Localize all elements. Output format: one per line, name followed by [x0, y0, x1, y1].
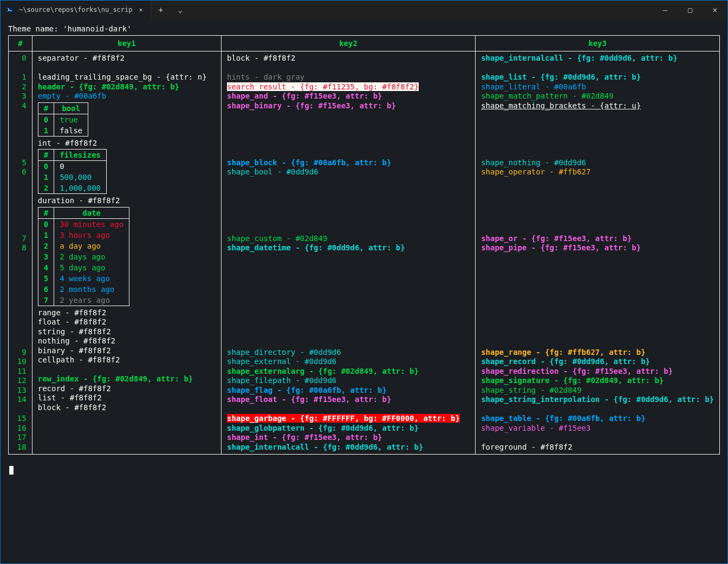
- k3-shape-pipe: shape_pipe - {fg: #f15ee3, attr: b}: [481, 243, 714, 253]
- theme-table: # key1 key2 key3 0 1 2 3 4 5 6 7 8 9 10 …: [8, 35, 720, 455]
- new-tab-button[interactable]: +: [151, 1, 171, 19]
- k2-shape-and: shape_and - {fg: #f15ee3, attr: b}: [227, 92, 470, 101]
- nested-date-table: # date 030 minutes ago 13 hours ago 2a d…: [38, 207, 129, 306]
- cursor-icon: [9, 466, 14, 475]
- nested-date-header-idx: #: [38, 207, 54, 218]
- k2-shape-external: shape_external - #0dd9d6: [227, 357, 470, 367]
- k3-shape-internalcall: shape_internalcall - {fg: #0dd9d6, attr:…: [481, 54, 714, 63]
- header-index: #: [9, 36, 32, 51]
- header-key3: key3: [476, 36, 720, 51]
- k2-search-result: search_result - {fg: #f11235, bg: #f8f8f…: [227, 82, 419, 91]
- k3-shape-record: shape_record - {fg: #0dd9d6, attr: b}: [481, 357, 714, 367]
- k3-shape-range: shape_range - {fg: #ffb627, attr: b}: [481, 348, 714, 358]
- k3-foreground: foreground - #f8f8f2: [481, 443, 714, 452]
- nested-date-header-val: date: [54, 207, 129, 218]
- row-index: 0: [14, 54, 27, 63]
- k3-shape-literal: shape_literal - #00a6fb: [481, 82, 714, 92]
- row-index: 5: [14, 158, 27, 168]
- table-row: 0 1 2 3 4 5 6 7 8 9 10 11 12 13 14 15 16…: [9, 51, 720, 455]
- row-index: 9: [14, 348, 27, 358]
- window-controls: — ▢ ✕: [653, 1, 727, 19]
- titlebar: ~\source\repos\forks\nu_scrip ✕ + ⌄ — ▢ …: [1, 1, 727, 19]
- row-index: 14: [14, 395, 27, 405]
- k1-duration: duration - #f8f8f2: [38, 196, 216, 206]
- row-index: 3: [14, 92, 27, 101]
- nested-fs-header-idx: #: [38, 150, 54, 161]
- k3-shape-operator: shape_operator - #ffb627: [481, 167, 714, 177]
- theme-name-line: Theme name: 'humanoid-dark': [8, 24, 720, 33]
- row-index: 11: [14, 367, 27, 377]
- k2-shape-directory: shape_directory - #0dd9d6: [227, 348, 470, 358]
- k1-range: range - #f8f8f2: [38, 308, 216, 318]
- minimize-button[interactable]: —: [653, 1, 678, 19]
- k1-float: float - #f8f8f2: [38, 317, 216, 327]
- k2-shape-int: shape_int - {fg: #f15ee3, attr: b}: [227, 433, 470, 443]
- k1-empty: empty - #00a6fb: [38, 92, 216, 101]
- k3-shape-signature: shape_signature - {fg: #02d849, attr: b}: [481, 376, 714, 386]
- row-index: 16: [14, 424, 27, 433]
- powershell-icon: [6, 5, 15, 14]
- tab-dropdown-button[interactable]: ⌄: [171, 1, 190, 19]
- k3-shape-variable: shape_variable - #f15ee3: [481, 424, 714, 433]
- k2-shape-binary: shape_binary - {fg: #f15ee3, attr: b}: [227, 101, 470, 111]
- prompt[interactable]: [1, 460, 727, 480]
- close-button[interactable]: ✕: [703, 1, 727, 19]
- svg-rect-0: [6, 7, 14, 13]
- nested-bool-header-val: bool: [54, 102, 88, 114]
- k3-shape-list: shape_list - {fg: #0dd9d6, attr: b}: [481, 73, 714, 82]
- k2-shape-datetime: shape_datetime - {fg: #0dd9d6, attr: b}: [227, 243, 470, 253]
- nested-bool-table: # bool 0true 1false: [38, 102, 89, 137]
- k2-shape-garbage: shape_garbage - {fg: #FFFFFF, bg: #FF000…: [227, 414, 460, 423]
- row-index: 13: [14, 386, 27, 396]
- nested-fs-header-val: filesizes: [54, 150, 107, 161]
- k3-shape-table: shape_table - {fg: #00a6fb, attr: b}: [481, 414, 714, 424]
- k1-cellpath: cellpath - #f8f8f2: [38, 355, 216, 365]
- k1-header: header - {fg: #02d849, attr: b}: [38, 82, 216, 92]
- k3-shape-redirection: shape_redirection - {fg: #f15ee3, attr: …: [481, 367, 714, 377]
- k2-shape-flag: shape_flag - {fg: #00a6fb, attr: b}: [227, 386, 470, 396]
- k1-list: list - #f8f8f2: [38, 393, 216, 403]
- k3-shape-or: shape_or - {fg: #f15ee3, attr: b}: [481, 234, 714, 244]
- tab-title: ~\source\repos\forks\nu_scrip: [19, 6, 133, 14]
- k1-binary: binary - #f8f8f2: [38, 346, 216, 356]
- k1-string: string - #f8f8f2: [38, 327, 216, 337]
- row-index: 1: [14, 73, 27, 82]
- row-index: 18: [14, 443, 27, 452]
- tab-close-button[interactable]: ✕: [137, 5, 145, 15]
- nested-bool-header-idx: #: [38, 102, 54, 114]
- k2-shape-filepath: shape_filepath - #0dd9d6: [227, 376, 470, 386]
- row-index: 8: [14, 243, 27, 253]
- maximize-button[interactable]: ▢: [678, 1, 703, 19]
- header-key1: key1: [32, 36, 221, 51]
- k1-int: int - #f8f8f2: [38, 139, 216, 148]
- k1-block: block - #f8f8f2: [38, 403, 216, 413]
- row-index: 10: [14, 357, 27, 367]
- k2-shape-custom: shape_custom - #02d849: [227, 234, 470, 244]
- k2-shape-externalarg: shape_externalarg - {fg: #02d849, attr: …: [227, 367, 470, 377]
- row-index: 4: [14, 101, 27, 111]
- k2-block: block - #f8f8f2: [227, 54, 470, 63]
- k3-shape-match-pattern: shape_match_pattern - #02d849: [481, 92, 714, 101]
- row-index: 17: [14, 433, 27, 443]
- row-index: 6: [14, 167, 27, 177]
- row-index: 15: [14, 414, 27, 424]
- k2-hints: hints - dark_gray: [227, 73, 470, 82]
- k2-shape-internalcall: shape_internalcall - {fg: #0dd9d6, attr:…: [227, 443, 470, 452]
- k2-shape-globpattern: shape_globpattern - {fg: #0dd9d6, attr: …: [227, 424, 470, 433]
- k3-shape-string-interp: shape_string_interpolation - {fg: #0dd9d…: [481, 395, 714, 405]
- terminal-output: Theme name: 'humanoid-dark' # key1 key2 …: [1, 19, 727, 460]
- header-key2: key2: [221, 36, 475, 51]
- tab-active[interactable]: ~\source\repos\forks\nu_scrip ✕: [1, 1, 151, 19]
- k1-nothing: nothing - #f8f8f2: [38, 336, 216, 346]
- k2-shape-float: shape_float - {fg: #f15ee3, attr: b}: [227, 395, 470, 405]
- k1-separator: separator - #f8f8f2: [38, 54, 216, 63]
- k2-shape-bool: shape_bool - #0dd9d6: [227, 167, 470, 177]
- k1-row-index: row_index - {fg: #02d849, attr: b}: [38, 374, 216, 384]
- k3-shape-nothing: shape_nothing - #0dd9d6: [481, 158, 714, 168]
- k1-leading: leading_trailing_space_bg - {attr: n}: [38, 73, 216, 82]
- k3-shape-matching-brackets: shape_matching_brackets - {attr: u}: [481, 101, 714, 111]
- k3-shape-string: shape_string - #02d849: [481, 386, 714, 396]
- row-index: 7: [14, 234, 27, 244]
- row-index: 2: [14, 82, 27, 92]
- nested-filesizes-table: # filesizes 00 1500,000 21,000,000: [38, 149, 107, 194]
